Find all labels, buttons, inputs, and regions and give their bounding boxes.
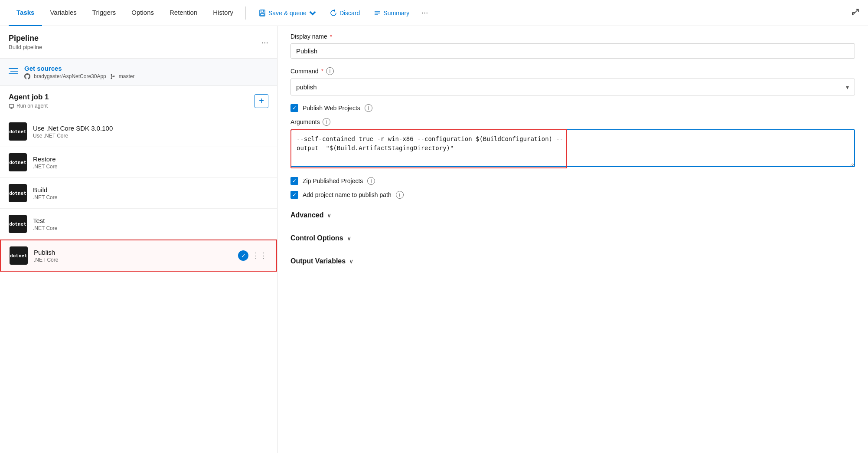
get-sources-meta: bradygaster/AspNetCore30App master <box>24 73 134 79</box>
task-sub-test: .NET Core <box>33 225 57 231</box>
svg-rect-12 <box>10 104 14 107</box>
task-icon-test: dotnet <box>9 215 27 233</box>
task-name-restore: Restore <box>33 155 57 163</box>
output-variables-section-header[interactable]: Output Variables ∨ <box>290 251 855 271</box>
tab-history[interactable]: History <box>205 0 241 26</box>
advanced-section-title: Advanced <box>290 211 323 219</box>
task-item-test[interactable]: dotnet Test .NET Core <box>0 209 277 240</box>
pipeline-title: Pipeline <box>9 34 42 43</box>
advanced-chevron-icon: ∨ <box>327 212 331 219</box>
task-info-restore: Restore .NET Core <box>33 155 57 170</box>
task-publish-drag-handle[interactable]: ⋮⋮ <box>252 251 268 260</box>
zip-published-row: ✓ Zip Published Projects i <box>290 177 855 185</box>
save-queue-button[interactable]: Save & queue <box>254 7 321 19</box>
display-name-group: Display name * <box>290 33 855 59</box>
nav-actions: Save & queue Discard Summary ··· <box>254 7 431 19</box>
get-sources-details: Get sources bradygaster/AspNetCore30App … <box>24 65 134 79</box>
add-project-name-checkbox[interactable]: ✓ <box>290 191 298 199</box>
task-icon-publish: dotnet <box>10 246 28 265</box>
svg-point-10 <box>111 77 112 79</box>
task-icon-use-dotnet: dotnet <box>9 122 27 141</box>
top-nav: Tasks Variables Triggers Options Retenti… <box>0 0 868 26</box>
tab-triggers[interactable]: Triggers <box>85 0 124 26</box>
task-info-publish: Publish .NET Core <box>34 249 58 263</box>
zip-published-checkbox[interactable]: ✓ <box>290 177 298 185</box>
task-item-build[interactable]: dotnet Build .NET Core <box>0 178 277 209</box>
arguments-input[interactable]: --self-contained true -r win-x86 --confi… <box>290 129 855 167</box>
task-item-publish[interactable]: dotnet Publish .NET Core ✓ ⋮⋮ <box>0 240 277 272</box>
advanced-section-header[interactable]: Advanced ∨ <box>290 205 855 225</box>
task-sub-build: .NET Core <box>33 194 57 200</box>
get-sources-lines-icon <box>9 67 18 77</box>
control-options-section-title: Control Options <box>290 234 343 242</box>
zip-published-info-icon[interactable]: i <box>367 177 375 185</box>
arguments-info-icon[interactable]: i <box>323 118 330 126</box>
tab-variables[interactable]: Variables <box>42 0 84 26</box>
task-sub-use-dotnet: Use .NET Core <box>33 133 113 139</box>
task-item-restore[interactable]: dotnet Restore .NET Core <box>0 147 277 178</box>
tab-retention[interactable]: Retention <box>162 0 205 26</box>
output-variables-chevron-icon: ∨ <box>349 258 353 265</box>
pipeline-more-button[interactable]: ··· <box>261 37 268 47</box>
control-options-chevron-icon: ∨ <box>347 235 351 242</box>
task-name-test: Test <box>33 217 57 224</box>
publish-web-projects-label: Publish Web Projects <box>303 105 360 112</box>
command-info-icon[interactable]: i <box>326 67 334 75</box>
agent-job-subtitle: Run on agent <box>9 103 49 109</box>
command-select[interactable]: publish build restore test run pack <box>290 79 855 95</box>
tab-tasks[interactable]: Tasks <box>9 0 42 26</box>
task-icon-restore: dotnet <box>9 153 27 171</box>
output-variables-section-title: Output Variables <box>290 257 346 265</box>
add-project-name-row: ✓ Add project name to publish path i <box>290 191 855 199</box>
task-info-build: Build .NET Core <box>33 186 57 200</box>
arguments-input-wrap: --self-contained true -r win-x86 --confi… <box>290 129 855 168</box>
command-label: Command * i <box>290 67 855 75</box>
discard-button[interactable]: Discard <box>325 7 365 19</box>
command-group: Command * i publish build restore test r… <box>290 67 855 95</box>
display-name-input[interactable] <box>290 43 855 59</box>
task-info-test: Test .NET Core <box>33 217 57 231</box>
arguments-group: Arguments i --self-contained true -r win… <box>290 118 855 168</box>
left-sidebar: Pipeline Build pipeline ··· Get sources … <box>0 26 277 453</box>
chevron-down-icon <box>309 10 316 16</box>
task-info-use-dotnet: Use .Net Core SDK 3.0.100 Use .NET Core <box>33 125 113 139</box>
add-project-name-label: Add project name to publish path <box>303 191 392 198</box>
github-icon <box>24 73 30 79</box>
task-sub-restore: .NET Core <box>33 164 57 170</box>
branch-icon <box>110 74 115 79</box>
add-project-name-info-icon[interactable]: i <box>396 191 404 199</box>
expand-icon[interactable] <box>852 8 859 18</box>
summary-icon <box>374 10 381 16</box>
arguments-label: Arguments i <box>290 118 855 126</box>
command-required: * <box>321 68 323 75</box>
agent-job-header: Agent job 1 Run on agent + <box>0 86 277 116</box>
get-sources-item[interactable]: Get sources bradygaster/AspNetCore30App … <box>0 59 277 86</box>
control-options-section-header[interactable]: Control Options ∨ <box>290 228 855 248</box>
tab-options[interactable]: Options <box>124 0 162 26</box>
publish-web-projects-checkbox[interactable]: ✓ <box>290 104 298 112</box>
task-sub-publish: .NET Core <box>34 257 58 263</box>
task-publish-actions: ✓ ⋮⋮ <box>238 250 268 261</box>
publish-web-projects-info-icon[interactable]: i <box>365 104 372 112</box>
command-select-wrap: publish build restore test run pack ▾ <box>290 79 855 95</box>
task-item-use-dotnet[interactable]: dotnet Use .Net Core SDK 3.0.100 Use .NE… <box>0 116 277 147</box>
display-name-required: * <box>330 33 332 40</box>
get-sources-title: Get sources <box>24 65 134 72</box>
task-list: dotnet Use .Net Core SDK 3.0.100 Use .NE… <box>0 116 277 272</box>
task-publish-check: ✓ <box>238 250 248 261</box>
publish-web-projects-row: ✓ Publish Web Projects i <box>290 104 855 112</box>
summary-button[interactable]: Summary <box>369 7 414 19</box>
pipeline-header: Pipeline Build pipeline ··· <box>0 26 277 59</box>
nav-tabs: Tasks Variables Triggers Options Retenti… <box>9 0 241 26</box>
task-name-build: Build <box>33 186 57 194</box>
zip-published-label: Zip Published Projects <box>303 177 363 184</box>
display-name-label: Display name * <box>290 33 855 40</box>
more-actions-button[interactable]: ··· <box>418 7 431 19</box>
right-panel-inner: Display name * Command * i publish build… <box>277 26 868 289</box>
svg-rect-1 <box>261 10 264 12</box>
right-panel: Display name * Command * i publish build… <box>277 26 868 453</box>
task-name-use-dotnet: Use .Net Core SDK 3.0.100 <box>33 125 113 132</box>
add-task-button[interactable]: + <box>255 94 268 108</box>
task-name-publish: Publish <box>34 249 58 256</box>
agent-job-title: Agent job 1 <box>9 93 49 102</box>
